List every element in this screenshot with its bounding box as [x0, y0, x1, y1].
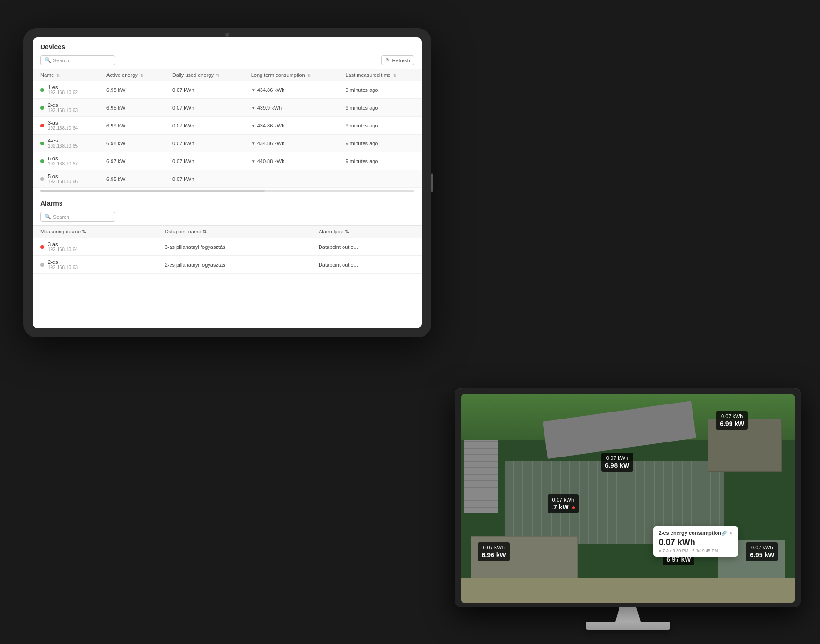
monitor-screen: 0.07 kWh 6.99 kW 0.07 kWh 6.98 kW 0.07 k… — [461, 394, 795, 603]
alarms-search-input[interactable]: Search — [53, 214, 69, 220]
table-row[interactable]: 6-os192.168.10.67 6.97 kW 0.07 kWh ▼ 440… — [33, 152, 422, 170]
monitor-neck — [614, 607, 642, 622]
status-dot — [40, 88, 44, 92]
status-dot — [40, 263, 44, 267]
status-dot — [40, 245, 44, 249]
status-dot — [40, 177, 44, 181]
aerial-ground — [461, 578, 795, 603]
devices-section-header: Devices — [33, 37, 422, 53]
energy-tooltip: 2-es energy consumption 🔗 ✕ 0.07 kWh ● 7… — [653, 526, 738, 557]
table-row[interactable]: 5-os192.168.10.66 6.95 kW 0.07 kWh — [33, 170, 422, 188]
refresh-button[interactable]: ↻ Refresh — [381, 55, 414, 65]
tooltip-close-icon[interactable]: ✕ — [729, 531, 732, 536]
energy-label-1[interactable]: 0.07 kWh 6.99 kW — [716, 411, 748, 430]
energy-label-4[interactable]: 0.07 kWh 6.96 kW — [478, 542, 510, 561]
tablet-screen: Devices 🔍 Search ↻ Refresh Name ⇅ Active… — [33, 37, 422, 328]
monitor-screen-wrap: 0.07 kWh 6.99 kW 0.07 kWh 6.98 kW 0.07 k… — [455, 388, 801, 607]
table-row[interactable]: 2-es192.168.10.63 2-es pillanatnyi fogya… — [33, 256, 422, 274]
scrollbar-thumb — [40, 190, 265, 192]
col-measuring-device[interactable]: Measuring device ⇅ — [33, 226, 157, 238]
col-alarm-type[interactable]: Alarm type ⇅ — [311, 226, 422, 238]
table-row[interactable]: 1-es192.168.10.62 6.98 kW 0.07 kWh ▼ 434… — [33, 81, 422, 99]
energy-label-2[interactable]: 0.07 kWh 6.98 kW — [601, 453, 633, 472]
monitor-device: 0.07 kWh 6.99 kW 0.07 kWh 6.98 kW 0.07 k… — [455, 388, 801, 630]
devices-table-header-row: Name ⇅ Active energy ⇅ Daily used energy… — [33, 69, 422, 81]
tooltip-title: 2-es energy consumption 🔗 ✕ — [659, 530, 732, 536]
tablet-camera — [225, 33, 229, 37]
col-daily-energy[interactable]: Daily used energy ⇅ — [165, 69, 244, 81]
status-dot — [40, 142, 44, 145]
alarms-table-header-row: Measuring device ⇅ Datapoint name ⇅ Alar… — [33, 226, 422, 238]
aerial-parking — [464, 440, 498, 513]
tooltip-link-icon[interactable]: 🔗 — [721, 531, 727, 536]
table-row[interactable]: 3-as192.168.10.64 6.99 kW 0.07 kWh ▼ 434… — [33, 117, 422, 135]
devices-scrollbar[interactable] — [40, 190, 414, 192]
search-icon: 🔍 — [45, 57, 51, 63]
alarms-search-input-wrap[interactable]: 🔍 Search — [40, 212, 115, 222]
col-last-measured[interactable]: Last measured time ⇅ — [338, 69, 422, 81]
col-name[interactable]: Name ⇅ — [33, 69, 99, 81]
alarms-search-bar-container: 🔍 Search — [33, 210, 422, 225]
red-alert-dot — [572, 506, 575, 509]
refresh-icon: ↻ — [386, 57, 390, 63]
devices-search-input-wrap[interactable]: 🔍 Search — [40, 55, 115, 65]
devices-table: Name ⇅ Active energy ⇅ Daily used energy… — [33, 69, 422, 188]
status-dot — [40, 159, 44, 163]
tablet-button — [431, 173, 433, 192]
tooltip-time: ● 7 Jul 9:30 PM - 7 Jul 9:45 PM — [659, 548, 732, 553]
status-dot — [40, 106, 44, 110]
tablet-content: Devices 🔍 Search ↻ Refresh Name ⇅ Active… — [33, 37, 422, 328]
monitor-stand — [455, 607, 801, 630]
tablet-device: Devices 🔍 Search ↻ Refresh Name ⇅ Active… — [23, 28, 431, 337]
col-datapoint-name[interactable]: Datapoint name ⇅ — [157, 226, 311, 238]
table-row[interactable]: 3-as192.168.10.64 3-as pillanatnyi fogya… — [33, 238, 422, 256]
col-long-term[interactable]: Long term consumption ⇅ — [244, 69, 338, 81]
energy-label-3[interactable]: 0.07 kWh .7 kW — [548, 494, 578, 513]
monitor-base — [586, 622, 670, 630]
energy-label-6[interactable]: 0.07 kWh 6.95 kW — [746, 542, 778, 561]
alarms-section: Alarms 🔍 Search Measuring device ⇅ Datap… — [33, 194, 422, 274]
tooltip-icons: 🔗 ✕ — [721, 531, 732, 536]
alarms-table: Measuring device ⇅ Datapoint name ⇅ Alar… — [33, 225, 422, 274]
devices-search-input[interactable]: Search — [53, 58, 69, 63]
table-row[interactable]: 2-es192.168.10.63 6.95 kW 0.07 kWh ▼ 439… — [33, 99, 422, 117]
col-active-energy[interactable]: Active energy ⇅ — [99, 69, 165, 81]
status-dot — [40, 124, 44, 127]
alarms-section-header: Alarms — [33, 194, 422, 210]
table-row[interactable]: 4-es192.168.10.65 6.98 kW 0.07 kWh ▼ 434… — [33, 135, 422, 152]
clock-icon: ● — [659, 548, 661, 553]
tooltip-value: 0.07 kWh — [659, 538, 732, 547]
devices-search-bar-container: 🔍 Search ↻ Refresh — [33, 53, 422, 69]
search-icon: 🔍 — [45, 214, 51, 220]
